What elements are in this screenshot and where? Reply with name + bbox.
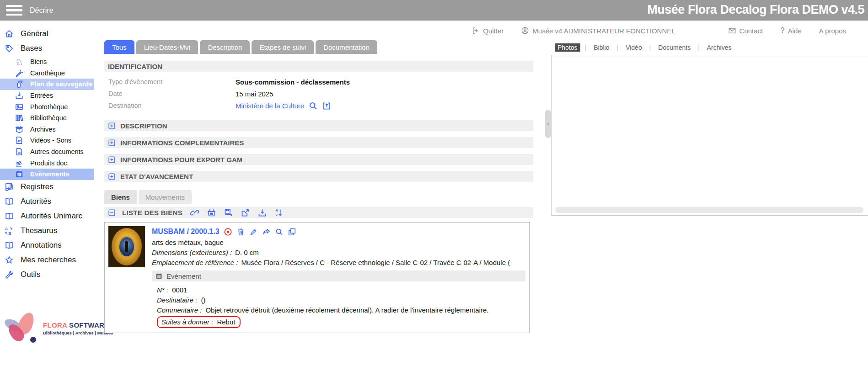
tab-etapes-de-suivi[interactable]: Etapes de suivi — [252, 40, 314, 54]
tab-photos[interactable]: Photos — [555, 43, 580, 52]
trash-icon[interactable] — [236, 228, 245, 236]
basket-icon[interactable] — [207, 208, 216, 217]
sidebar-item-phototheque[interactable]: Photothèque — [0, 101, 94, 112]
sidebar-item-label: Annotations — [21, 241, 62, 250]
sidebar-item-autorites[interactable]: Autorités — [0, 195, 94, 208]
calendar-icon — [155, 272, 163, 280]
sidebar-item-autres-documents[interactable]: Autres documents — [0, 146, 94, 158]
numero-label: N° : — [157, 286, 168, 294]
edit-pencil-icon[interactable] — [249, 228, 258, 236]
item-code-link[interactable]: MUSBAM / 2000.1.3 — [152, 228, 220, 236]
biens-mouvements-tabs: Biens Mouvements — [104, 190, 533, 204]
horizontal-scrollbar[interactable] — [555, 207, 863, 213]
search-icon[interactable] — [275, 228, 284, 236]
sidebar-item-label: Autorités — [21, 197, 51, 206]
field-label: Date — [108, 90, 236, 97]
link-icon[interactable] — [190, 208, 199, 217]
user-account[interactable]: Musée v4 ADMINISTRATEUR FONCTIONNEL — [521, 27, 675, 35]
tab-tous[interactable]: Tous — [104, 40, 134, 54]
numero-value: 0001 — [172, 286, 187, 294]
expand-plus-icon[interactable] — [108, 122, 116, 130]
expand-plus-icon[interactable] — [108, 139, 116, 147]
destinataire-label: Destinataire : — [157, 296, 197, 304]
subtab-mouvements[interactable]: Mouvements — [139, 190, 192, 204]
star-icon — [4, 254, 15, 265]
fire-extinguisher-icon — [14, 80, 24, 89]
tab-documentation[interactable]: Documentation — [316, 40, 377, 54]
sidebar-item-mes-recherches[interactable]: Mes recherches — [0, 253, 94, 267]
sidebar-item-evenements[interactable]: Evènements — [0, 169, 94, 180]
sidebar-item-thesaurus[interactable]: AB Thesaurus — [0, 224, 94, 238]
identification-title: IDENTIFICATION — [108, 63, 162, 70]
section-title: INFORMATIONS POUR EXPORT GAM — [120, 156, 242, 164]
hamburger-menu-icon[interactable] — [6, 5, 22, 16]
sort-az-icon[interactable]: AZ — [274, 208, 284, 217]
sidebar-item-produits-doc[interactable]: Produits doc. — [0, 157, 94, 169]
section-informations-complementaires[interactable]: INFORMATIONS COMPLEMENTAIRES — [104, 137, 533, 148]
tab-documents[interactable]: Documents — [655, 43, 693, 52]
sidebar-item-label: Entrées — [30, 92, 53, 99]
sidebar-item-carotheque[interactable]: Carothèque — [0, 68, 94, 79]
paper-stack-icon — [14, 158, 24, 168]
open-record-icon[interactable] — [322, 101, 332, 111]
tab-lieu-dates-mvt[interactable]: Lieu-Dates-Mvt — [136, 40, 198, 54]
sidebar-item-bases[interactable]: Bases — [0, 42, 94, 55]
sidebar-item-plan-de-sauvegarde[interactable]: Plan de sauvegarde — [0, 79, 94, 90]
liste-des-biens-header: LISTE DES BIENS AZ — [104, 207, 533, 218]
sidebar-item-label: Outils — [21, 270, 40, 279]
contact-button[interactable]: Contact — [728, 27, 763, 35]
user-label: Musée v4 ADMINISTRATEUR FONCTIONNEL — [532, 27, 675, 35]
copy-icon[interactable] — [288, 228, 296, 236]
tab-video[interactable]: Vidéo — [623, 43, 645, 52]
event-title: Evénement — [166, 272, 201, 280]
tab-archives[interactable]: Archives — [704, 43, 734, 52]
sidebar-item-annotations[interactable]: Annotations — [0, 239, 94, 252]
sidebar-item-registres[interactable]: Registres — [0, 180, 94, 194]
search-icon[interactable] — [308, 101, 318, 111]
sidebar-item-biens[interactable]: ♘ Biens — [0, 56, 94, 68]
section-description[interactable]: DESCRIPTION — [104, 120, 533, 131]
expand-plus-icon[interactable] — [108, 156, 116, 164]
subtab-biens[interactable]: Biens — [104, 190, 137, 204]
sidebar: Général Bases ♘ Biens Carothèque Plan de… — [0, 21, 94, 387]
section-informations-export-gam[interactable]: INFORMATIONS POUR EXPORT GAM — [104, 154, 533, 165]
sidebar-item-videos-sons[interactable]: Vidéos - Sons — [0, 135, 94, 146]
user-icon — [521, 27, 529, 35]
sidebar-item-entrees[interactable]: Entrées — [0, 90, 94, 101]
quitter-button[interactable]: Quitter — [472, 27, 504, 35]
app-title: Musée Flora Decalog Flora DEMO v4.5 — [647, 3, 864, 17]
remove-circle-icon[interactable] — [224, 228, 232, 236]
record-tabs: Tous Lieu-Dates-Mvt Description Etapes d… — [104, 40, 533, 54]
section-etat-avancement[interactable]: ETAT D'AVANCEMENT — [104, 171, 533, 182]
open-box-icon — [14, 124, 24, 134]
external-link-icon[interactable] — [241, 208, 250, 217]
save-record-icon[interactable] — [224, 208, 233, 217]
apropos-button[interactable]: A propos — [819, 27, 846, 35]
suites-label: Suites à donner : — [161, 318, 213, 326]
download-icon[interactable] — [257, 208, 267, 217]
sidebar-item-label: Registres — [21, 182, 54, 191]
share-arrow-icon[interactable] — [262, 228, 271, 236]
sidebar-item-outils[interactable]: Outils — [0, 268, 94, 281]
tab-biblio[interactable]: Biblio — [591, 43, 612, 52]
item-thumbnail[interactable] — [108, 226, 145, 267]
identification-fields: Type d'évènement Sous-commission - décla… — [104, 72, 533, 114]
suites-a-donner-highlight: Suites à donner : Rebut — [157, 316, 241, 328]
panel-collapse-handle[interactable]: ‹ — [545, 110, 551, 138]
destination-link[interactable]: Ministère de la Culture — [236, 102, 304, 110]
question-mark-icon: ? — [780, 26, 784, 35]
sidebar-item-general[interactable]: Général — [0, 27, 94, 41]
expand-plus-icon[interactable] — [108, 173, 116, 180]
sidebar-item-bibliotheque[interactable]: Bibliothèque — [0, 112, 94, 124]
open-book-icon — [4, 240, 15, 251]
tab-description[interactable]: Description — [200, 40, 250, 54]
flora-flower-icon — [6, 311, 39, 345]
sidebar-item-label: Thesaurus — [21, 226, 57, 235]
sidebar-item-archives[interactable]: Archives — [0, 124, 94, 135]
sidebar-item-label: Bibliothèque — [30, 114, 67, 122]
collapse-minus-icon[interactable] — [108, 209, 116, 217]
aide-button[interactable]: ? Aide — [780, 26, 802, 35]
sidebar-item-autorites-unimarc[interactable]: Autorités Unimarc — [0, 209, 94, 223]
chess-knight-icon: ♘ — [14, 57, 24, 67]
emplacement-value: Musée Flora / Réserves / C - Réserve eth… — [241, 259, 510, 266]
